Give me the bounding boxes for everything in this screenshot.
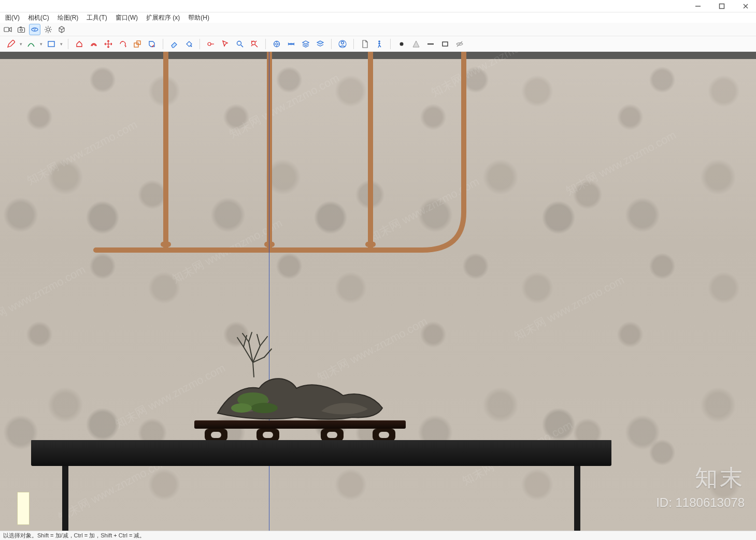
toolbar-separator	[68, 39, 68, 49]
model-viewport[interactable]: 知末网 www.znzmo.com 知末网 www.znzmo.com 知末网 …	[0, 52, 756, 531]
status-hint: 以选择对象。Shift = 加/减，Ctrl = 加，Shift + Ctrl …	[3, 532, 145, 539]
camera-icon[interactable]	[16, 24, 27, 35]
followme-tool[interactable]	[146, 38, 158, 50]
toolbar-separator	[390, 39, 391, 49]
svg-rect-20	[134, 43, 138, 47]
svg-line-15	[46, 27, 47, 28]
toolbar-separator	[199, 39, 200, 49]
menu-window[interactable]: 窗口(W)	[112, 12, 141, 23]
svg-point-44	[231, 403, 252, 413]
record-icon[interactable]	[2, 24, 13, 35]
menu-help[interactable]: 帮助(H)	[185, 12, 212, 23]
svg-point-43	[251, 403, 278, 413]
svg-point-6	[20, 28, 22, 31]
svg-point-24	[237, 41, 241, 45]
window-minimize-button[interactable]	[691, 1, 705, 11]
svg-line-16	[50, 31, 51, 32]
svg-rect-5	[18, 27, 25, 32]
style-shaded-tool[interactable]	[410, 38, 422, 50]
svg-line-17	[50, 27, 51, 28]
view-toolbar: Y	[0, 23, 756, 36]
pencil-tool[interactable]	[5, 38, 17, 50]
menu-draw[interactable]: 绘图(R)	[54, 12, 82, 23]
menu-tools[interactable]: 工具(T)	[83, 12, 110, 23]
pushpull-tool[interactable]	[74, 38, 85, 50]
toolbar-separator	[353, 39, 354, 49]
menu-extensions[interactable]: 扩展程序 (x)	[143, 12, 183, 23]
scene-selected-object-marker	[17, 492, 30, 525]
style-hidden-tool[interactable]	[439, 38, 451, 50]
arc-tool[interactable]	[25, 38, 37, 50]
svg-point-10	[47, 28, 50, 31]
svg-text:Y: Y	[33, 27, 36, 32]
zoom-tool[interactable]	[234, 38, 246, 50]
zoom-extents-tool[interactable]	[249, 38, 260, 50]
style-xray-tool[interactable]	[396, 38, 407, 50]
window-close-button[interactable]	[738, 1, 753, 11]
scene-console-table	[31, 393, 611, 531]
status-bar: 以选择对象。Shift = 加/减，Ctrl = 加，Shift + Ctrl …	[0, 531, 756, 540]
offset-tool[interactable]	[88, 38, 99, 50]
scene-bonsai-rock	[212, 363, 389, 421]
window-titlebar	[0, 0, 756, 12]
layers-toggle-tool[interactable]	[315, 38, 326, 50]
svg-line-35	[457, 41, 462, 47]
select-tool[interactable]	[220, 38, 231, 50]
svg-point-29	[341, 41, 344, 44]
section-plane-tool[interactable]	[286, 38, 297, 50]
layers-tool[interactable]	[300, 38, 311, 50]
svg-point-28	[276, 43, 278, 45]
toolbar-separator	[331, 39, 332, 49]
scale-tool[interactable]	[132, 38, 143, 50]
window-maximize-button[interactable]	[715, 1, 729, 11]
scene-ceiling-edge	[0, 52, 756, 59]
move-tool[interactable]	[103, 38, 114, 50]
svg-point-32	[400, 42, 404, 46]
orbit-y-icon[interactable]: Y	[29, 24, 40, 35]
paintbucket-tool[interactable]	[183, 38, 194, 50]
rectangle-tool[interactable]	[46, 38, 57, 50]
svg-line-25	[241, 45, 243, 47]
svg-rect-19	[48, 41, 54, 47]
account-tool[interactable]	[337, 38, 348, 50]
walk-tool[interactable]	[374, 38, 385, 50]
settings-gear-icon[interactable]	[42, 24, 54, 35]
svg-point-22	[191, 45, 192, 47]
menu-bar: 图(V) 相机(C) 绘图(R) 工具(T) 窗口(W) 扩展程序 (x) 帮助…	[0, 12, 756, 23]
svg-rect-4	[4, 27, 9, 32]
tape-tool[interactable]	[205, 38, 217, 50]
menu-view[interactable]: 图(V)	[2, 12, 23, 23]
toolbar-separator	[163, 39, 163, 49]
style-wire-tool[interactable]	[425, 38, 436, 50]
toolbar-separator	[265, 39, 266, 49]
main-toolbar: ▾ ▾ ▾	[0, 36, 756, 52]
component-browser-tool[interactable]	[271, 38, 282, 50]
svg-point-23	[208, 42, 211, 46]
eraser-tool[interactable]	[168, 38, 180, 50]
new-page-tool[interactable]	[359, 38, 370, 50]
style-noview-tool[interactable]	[454, 38, 465, 50]
svg-rect-7	[20, 26, 22, 27]
svg-rect-34	[443, 42, 448, 46]
svg-point-31	[378, 40, 380, 42]
box-plus-icon[interactable]	[56, 24, 67, 35]
svg-rect-1	[720, 4, 724, 8]
svg-line-18	[46, 31, 47, 32]
rotate-tool[interactable]	[117, 38, 129, 50]
menu-camera[interactable]: 相机(C)	[25, 12, 52, 23]
